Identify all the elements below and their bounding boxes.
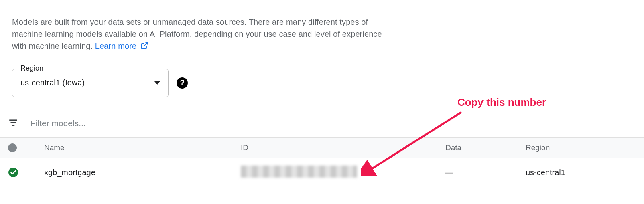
- header-data[interactable]: Data: [445, 143, 526, 152]
- header-id[interactable]: ID: [241, 143, 445, 152]
- table-header: Name ID Data Region: [0, 138, 644, 158]
- filter-bar: [0, 109, 644, 138]
- status-header-icon: [8, 143, 17, 152]
- region-select[interactable]: Region us-central1 (Iowa): [12, 69, 169, 97]
- status-success-icon: [8, 167, 18, 178]
- header-region[interactable]: Region: [526, 143, 636, 152]
- header-name[interactable]: Name: [32, 143, 241, 152]
- region-value: us-central1 (Iowa): [20, 78, 154, 87]
- svg-rect-2: [11, 122, 16, 123]
- cell-region: us-central1: [526, 168, 636, 177]
- chevron-down-icon: [154, 81, 160, 85]
- filter-input[interactable]: [30, 119, 636, 128]
- filter-icon[interactable]: [8, 117, 18, 129]
- cell-name[interactable]: xgb_mortgage: [32, 168, 241, 177]
- learn-more-link[interactable]: Learn more: [95, 42, 136, 51]
- cell-id: [241, 166, 445, 180]
- redacted-id: [241, 166, 357, 178]
- cell-data: —: [445, 168, 526, 177]
- svg-rect-1: [9, 119, 17, 121]
- description-body: Models are built from your data sets or …: [12, 18, 382, 50]
- annotation-label: Copy this number: [457, 96, 546, 109]
- svg-line-0: [144, 42, 147, 46]
- help-icon[interactable]: ?: [177, 77, 188, 89]
- description-text: Models are built from your data sets or …: [12, 16, 397, 53]
- external-link-icon: [140, 41, 148, 53]
- svg-rect-3: [12, 125, 15, 126]
- region-label: Region: [18, 64, 46, 73]
- table-row[interactable]: xgb_mortgage — us-central1: [0, 158, 644, 187]
